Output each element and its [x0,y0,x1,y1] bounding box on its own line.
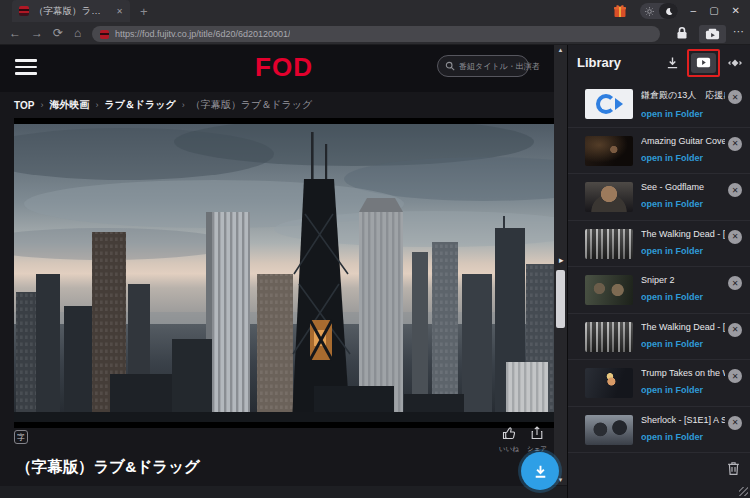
breadcrumb-series[interactable]: ラブ＆ドラッグ [104,98,175,112]
open-in-folder-link[interactable]: open in Folder [641,109,725,119]
video-thumbnail[interactable] [585,322,633,352]
item-title: 鎌倉殿の13人 応援感謝… [641,89,725,102]
like-button[interactable]: いいね [496,426,522,454]
open-in-folder-link[interactable]: open in Folder [641,292,725,302]
share-button[interactable]: シェア [524,426,550,454]
title-bar: （字幕版）ラブ&ドラッグ ✕ + [0,0,750,22]
library-item[interactable]: Sniper 2 open in Folder ✕ [568,267,750,314]
home-icon[interactable]: ⌂ [74,26,81,40]
library-item[interactable]: See - Godflame open in Folder ✕ [568,174,750,221]
close-icon: ✕ [732,418,739,427]
close-icon: ✕ [732,372,739,381]
item-title: The Walking Dead - [S11… [641,322,725,332]
library-item[interactable]: Amazing Guitar Cover #s… open in Folder … [568,128,750,175]
audio-library-tab-icon[interactable] [728,57,742,69]
breadcrumb: TOP › 海外映画 › ラブ＆ドラッグ › （字幕版）ラブ＆ドラッグ [14,98,312,112]
share-icon [531,426,543,440]
download-icon [532,463,549,480]
forward-icon[interactable]: → [31,26,43,40]
breadcrumb-top[interactable]: TOP [14,100,34,111]
hamburger-menu-icon[interactable] [15,59,37,79]
download-fab-button[interactable] [521,452,559,490]
page-title: （字幕版）ラブ&ドラッグ [16,457,200,478]
library-list: 鎌倉殿の13人 応援感謝… open in Folder ✕ Amazing G… [568,81,750,453]
open-in-folder-link[interactable]: open in Folder [641,432,725,442]
remove-item-button[interactable]: ✕ [728,416,742,430]
scrollbar-thumb[interactable] [556,270,565,328]
open-in-folder-link[interactable]: open in Folder [641,385,725,395]
video-download-toolbar-button[interactable] [699,25,726,43]
library-item[interactable]: The Walking Dead - [S11… open in Folder … [568,314,750,361]
new-tab-button[interactable]: + [140,5,148,18]
breadcrumb-category[interactable]: 海外映画 [49,98,89,112]
video-thumbnail[interactable] [585,275,633,305]
close-icon: ✕ [732,93,739,102]
page-scrollbar[interactable]: ▲ ▼ [554,45,567,485]
sidebar-collapse-icon[interactable]: ▸ [559,255,564,265]
back-icon[interactable]: ← [9,26,21,40]
search-input[interactable]: 番組タイトル・出演者 [437,55,529,77]
remove-item-button[interactable]: ✕ [728,90,742,104]
library-title: Library [577,55,621,70]
open-in-folder-link[interactable]: open in Folder [641,339,725,349]
close-icon: ✕ [732,139,739,148]
tab-close-icon[interactable]: ✕ [116,7,123,16]
tab-title: （字幕版）ラブ&ドラッグ [34,5,109,18]
browser-toolbar: ← → ⟳ ⌂ https://fod.fujitv.co.jp/title/6… [0,22,750,45]
annotation-highlight-box [687,49,720,77]
remove-item-button[interactable]: ✕ [728,276,742,290]
library-item[interactable]: 鎌倉殿の13人 応援感謝… open in Folder ✕ [568,81,750,128]
light-mode-sun-icon[interactable] [640,2,659,20]
remove-item-button[interactable]: ✕ [728,323,742,337]
close-icon: ✕ [732,232,739,241]
video-thumbnail[interactable] [585,136,633,166]
minimize-button[interactable]: – [691,6,697,16]
url-favicon [100,30,109,39]
browser-tab[interactable]: （字幕版）ラブ&ドラッグ ✕ [12,0,130,22]
open-in-folder-link[interactable]: open in Folder [641,246,725,256]
downloading-tab-icon[interactable] [666,56,679,69]
menu-dots-icon[interactable]: ⋯ [733,25,745,38]
resize-grip[interactable] [739,487,748,496]
item-title: Trump Takes on the Worl… [641,368,725,378]
open-in-folder-link[interactable]: open in Folder [641,199,725,209]
theme-toggle[interactable] [640,3,678,19]
address-bar[interactable]: https://fod.fujitv.co.jp/title/6d20/6d20… [92,26,660,42]
open-in-folder-link[interactable]: open in Folder [641,153,725,163]
remove-item-button[interactable]: ✕ [728,137,742,151]
video-player[interactable] [14,118,554,428]
close-window-button[interactable]: ✕ [732,6,740,16]
maximize-button[interactable]: ▢ [709,6,718,16]
close-icon: ✕ [732,186,739,195]
url-text[interactable]: https://fod.fujitv.co.jp/title/6d20/6d20… [115,29,290,39]
breadcrumb-current: （字幕版）ラブ＆ドラッグ [191,98,312,112]
item-title: Sniper 2 [641,275,725,285]
delete-all-button[interactable] [727,461,740,480]
web-page: FOD 番組タイトル・出演者 TOP › 海外映画 › ラブ＆ドラッグ › （字… [0,45,568,498]
dark-mode-moon-icon[interactable] [659,3,678,19]
video-library-tab-icon[interactable] [691,53,716,73]
library-item[interactable]: Sherlock - [S1E1] A Study… open in Folde… [568,407,750,454]
fod-logo[interactable]: FOD [255,52,313,83]
gift-icon[interactable] [613,4,627,18]
scroll-up-icon[interactable]: ▲ [554,47,567,53]
video-thumbnail[interactable] [585,229,633,259]
remove-item-button[interactable]: ✕ [728,230,742,244]
library-item[interactable]: The Walking Dead - [S11… open in Folder … [568,221,750,268]
video-thumbnail[interactable] [585,368,633,398]
video-frame-skyline [14,124,554,422]
reload-icon[interactable]: ⟳ [53,26,63,40]
remove-item-button[interactable]: ✕ [728,369,742,383]
video-thumbnail[interactable] [585,182,633,212]
remove-item-button[interactable]: ✕ [728,183,742,197]
close-icon: ✕ [732,279,739,288]
lock-icon[interactable] [676,26,688,44]
like-label: いいね [496,445,522,454]
chevron-right-icon: › [40,100,43,110]
video-thumbnail[interactable] [585,89,633,119]
video-thumbnail[interactable] [585,415,633,445]
library-sidebar: Library 鎌倉殿の13人 応援感謝… [567,45,750,498]
library-item[interactable]: Trump Takes on the Worl… open in Folder … [568,360,750,407]
item-title: Sherlock - [S1E1] A Study… [641,415,725,425]
thumbs-up-icon [502,426,516,440]
